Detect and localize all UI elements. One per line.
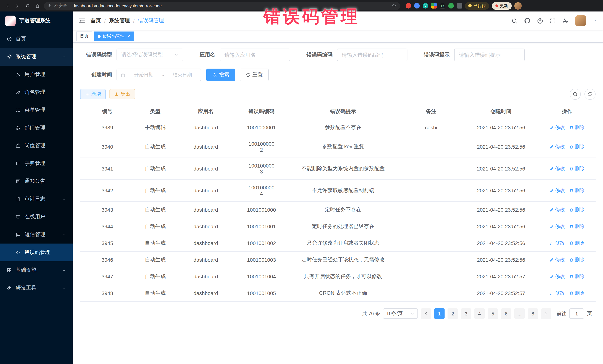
sidebar-item-短信管理[interactable]: 短信管理 bbox=[0, 226, 73, 243]
sidebar-item-岗位管理[interactable]: 岗位管理 bbox=[0, 137, 73, 154]
sidebar-collapse-icon[interactable] bbox=[79, 17, 85, 24]
tag-首页[interactable]: 首页 bbox=[76, 31, 92, 41]
browser-profile-avatar[interactable] bbox=[514, 2, 522, 10]
search-button[interactable]: 搜索 bbox=[206, 69, 235, 81]
font-size-icon[interactable] bbox=[562, 17, 569, 24]
delete-link[interactable]: 删除 bbox=[569, 143, 584, 150]
delete-link[interactable]: 删除 bbox=[569, 124, 584, 131]
delete-link[interactable]: 删除 bbox=[569, 223, 584, 230]
app-name-input[interactable] bbox=[220, 49, 290, 61]
app-logo-row[interactable]: 芋道管理系统 bbox=[0, 11, 73, 30]
page-button-6[interactable]: 6 bbox=[501, 309, 511, 319]
delete-link[interactable]: 删除 bbox=[569, 207, 584, 213]
help-icon[interactable] bbox=[537, 18, 543, 24]
type-cell: 自动生成 bbox=[135, 235, 176, 252]
page-more-button[interactable]: ... bbox=[514, 309, 525, 319]
delete-link[interactable]: 删除 bbox=[569, 240, 584, 246]
page-button-1[interactable]: 1 bbox=[434, 309, 445, 319]
create-time-range[interactable]: 开始日期 - 结束日期 bbox=[116, 69, 201, 81]
delete-link[interactable]: 删除 bbox=[569, 290, 584, 297]
tag-错误码管理[interactable]: 错误码管理× bbox=[94, 31, 133, 41]
sidebar-item-label: 角色管理 bbox=[24, 89, 45, 96]
delete-link[interactable]: 删除 bbox=[569, 187, 584, 194]
blue-drop-icon[interactable] bbox=[414, 3, 420, 9]
chevron-down-icon[interactable] bbox=[593, 19, 597, 23]
fullscreen-icon bbox=[550, 18, 556, 24]
user-avatar[interactable] bbox=[575, 15, 586, 26]
extensions-row: Von bbox=[406, 3, 462, 9]
edit-link[interactable]: 修改 bbox=[550, 273, 565, 280]
delete-link[interactable]: 删除 bbox=[569, 256, 584, 263]
sidebar-item-通知公告[interactable]: 通知公告 bbox=[0, 172, 73, 190]
export-button[interactable]: 导出 bbox=[109, 89, 135, 99]
sidebar-item-错误码管理[interactable]: 错误码管理 bbox=[0, 243, 73, 261]
edit-link[interactable]: 修改 bbox=[550, 143, 565, 150]
sidebar-item-角色管理[interactable]: 角色管理 bbox=[0, 83, 73, 101]
type-cell: 自动生成 bbox=[135, 252, 176, 268]
github-icon[interactable] bbox=[524, 17, 531, 24]
green-circle-icon[interactable] bbox=[448, 3, 454, 9]
page-button-4[interactable]: 4 bbox=[474, 309, 485, 319]
sidebar-item-在线用户[interactable]: 在线用户 bbox=[0, 208, 73, 226]
fullscreen-icon[interactable] bbox=[550, 18, 556, 24]
edit-link[interactable]: 修改 bbox=[550, 290, 565, 297]
goto-page-input[interactable] bbox=[569, 309, 584, 319]
sidebar-item-菜单管理[interactable]: 菜单管理 bbox=[0, 101, 73, 119]
edit-link[interactable]: 修改 bbox=[550, 207, 565, 213]
page-button-8[interactable]: 8 bbox=[528, 309, 538, 319]
edit-link[interactable]: 修改 bbox=[550, 187, 565, 194]
browser-home-icon[interactable] bbox=[34, 2, 41, 10]
page-button-2[interactable]: 2 bbox=[448, 309, 458, 319]
sidebar-item-基础设施[interactable]: 基础设施 bbox=[0, 261, 73, 279]
arrow-left-icon bbox=[424, 311, 428, 316]
page-button-5[interactable]: 5 bbox=[487, 309, 498, 319]
teal-v-icon[interactable]: V bbox=[423, 3, 428, 9]
color-grid-icon[interactable] bbox=[431, 3, 437, 9]
next-page-button[interactable] bbox=[541, 309, 551, 319]
sidebar-item-首页[interactable]: 首页 bbox=[0, 30, 73, 48]
reset-button[interactable]: 重置 bbox=[240, 69, 269, 81]
edit-link[interactable]: 修改 bbox=[550, 240, 565, 246]
sidebar-item-系统管理[interactable]: 系统管理 bbox=[0, 48, 73, 66]
on-badge-icon[interactable]: on bbox=[440, 3, 445, 9]
sidebar-item-label: 研发工具 bbox=[16, 285, 36, 291]
tag-close-icon[interactable]: × bbox=[127, 34, 130, 39]
browser-back-icon[interactable] bbox=[4, 2, 11, 10]
sidebar-item-审计日志[interactable]: 审计日志 bbox=[0, 190, 73, 208]
breadcrumb-item-系统管理[interactable]: 系统管理 bbox=[109, 17, 130, 24]
edit-link[interactable]: 修改 bbox=[550, 256, 565, 263]
sidebar-item-用户管理[interactable]: 用户管理 bbox=[0, 66, 73, 83]
browser-update-button[interactable]: 更新 bbox=[492, 2, 512, 10]
browser-forward-icon[interactable] bbox=[14, 2, 21, 10]
refresh-table-button[interactable] bbox=[584, 88, 596, 100]
address-bar[interactable]: 不安全 dashboard.yudao.iocoder.cn/system/er… bbox=[44, 2, 400, 10]
browser-reload-icon[interactable] bbox=[24, 2, 31, 10]
prev-page-button[interactable] bbox=[421, 309, 431, 319]
page-size-select[interactable]: 10条/页 bbox=[383, 309, 418, 319]
delete-link[interactable]: 删除 bbox=[569, 273, 584, 280]
error-code-input[interactable] bbox=[337, 49, 407, 61]
sidebar-item-研发工具[interactable]: 研发工具 bbox=[0, 279, 73, 297]
bookmark-star-icon[interactable] bbox=[392, 3, 396, 8]
error-type-select[interactable]: 请选择错误码类型 bbox=[116, 49, 183, 61]
page-button-3[interactable]: 3 bbox=[461, 309, 471, 319]
add-button[interactable]: 新增 bbox=[80, 89, 106, 99]
edit-link[interactable]: 修改 bbox=[550, 124, 565, 131]
error-hint-input[interactable] bbox=[454, 49, 525, 61]
code-cell: 1001001000 bbox=[236, 201, 287, 218]
toggle-search-button[interactable] bbox=[570, 88, 581, 100]
breadcrumb-item-首页[interactable]: 首页 bbox=[91, 17, 101, 24]
puzzle-icon[interactable] bbox=[457, 3, 462, 9]
search-icon[interactable] bbox=[511, 18, 518, 24]
red-circle-icon[interactable] bbox=[406, 3, 411, 9]
column-header-操作: 操作 bbox=[539, 104, 596, 119]
sidebar-item-字典管理[interactable]: 字典管理 bbox=[0, 154, 73, 172]
page-url: dashboard.yudao.iocoder.cn/system/error-… bbox=[72, 3, 162, 8]
delete-link[interactable]: 删除 bbox=[569, 165, 584, 172]
edit-link[interactable]: 修改 bbox=[550, 223, 565, 230]
edit-link[interactable]: 修改 bbox=[550, 165, 565, 172]
paused-badge[interactable]: 已暂停 bbox=[465, 2, 489, 10]
sidebar-item-部门管理[interactable]: 部门管理 bbox=[0, 119, 73, 137]
github-icon bbox=[524, 17, 531, 24]
code-cell: 1001001004 bbox=[236, 268, 287, 285]
